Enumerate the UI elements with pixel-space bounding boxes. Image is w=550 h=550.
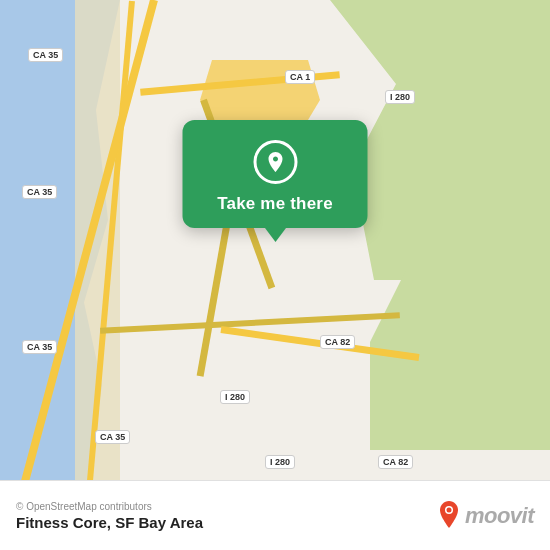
bottom-bar: © OpenStreetMap contributors Fitness Cor… [0, 480, 550, 550]
take-me-there-label: Take me there [217, 194, 333, 214]
road-label-ca35-mid-left: CA 35 [22, 185, 57, 199]
road-label-ca82-mid: CA 82 [320, 335, 355, 349]
moovit-pin-icon [437, 501, 461, 531]
road-label-ca35-top-left: CA 35 [28, 48, 63, 62]
location-pin-icon [253, 140, 297, 184]
road-label-i280-mid: I 280 [220, 390, 250, 404]
road-label-i280-bottom: I 280 [265, 455, 295, 469]
map-container: CA 35CA 35CA 35CA 35CA 1I 280CA 82I 280I… [0, 0, 550, 550]
road-label-ca35-bottom: CA 35 [95, 430, 130, 444]
park-area-bottom [370, 270, 550, 450]
road-label-ca82-bottom: CA 82 [378, 455, 413, 469]
take-me-there-card[interactable]: Take me there [183, 120, 368, 228]
moovit-brand-text: moovit [465, 503, 534, 529]
osm-attribution: © OpenStreetMap contributors [16, 501, 203, 512]
road-label-ca35-lower-left: CA 35 [22, 340, 57, 354]
bottom-left-info: © OpenStreetMap contributors Fitness Cor… [16, 501, 203, 531]
moovit-logo: moovit [437, 501, 534, 531]
pin-svg [263, 150, 287, 174]
road-label-ca1-top: CA 1 [285, 70, 315, 84]
location-name: Fitness Core, SF Bay Area [16, 514, 203, 531]
road-label-i280-top: I 280 [385, 90, 415, 104]
svg-point-1 [446, 507, 451, 512]
